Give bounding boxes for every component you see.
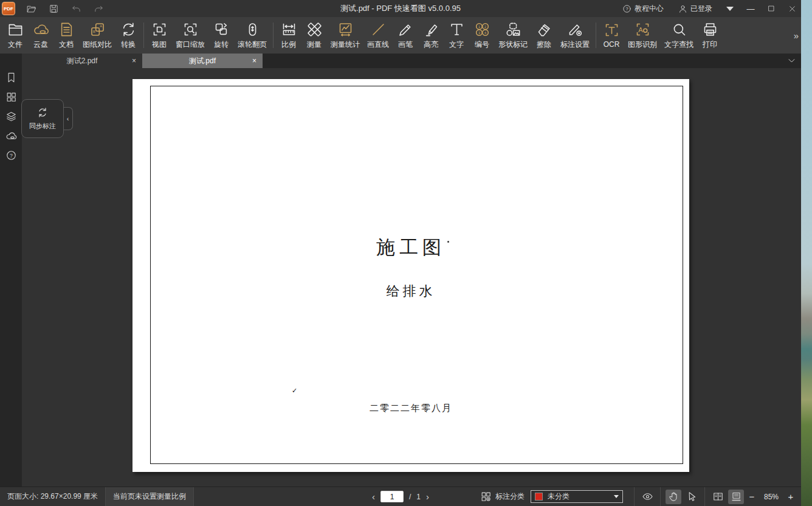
view-icon	[151, 21, 168, 38]
toolbar-overflow-chevron[interactable]: »	[794, 30, 797, 41]
page-number-input[interactable]: 1	[380, 491, 404, 502]
page-separator: /	[409, 493, 411, 501]
undo-icon[interactable]	[71, 4, 81, 14]
cloud-drive-icon	[33, 21, 49, 38]
save-icon[interactable]	[49, 4, 59, 14]
toolbar-measure-button[interactable]: 测量	[301, 19, 327, 52]
highlighter-icon	[423, 21, 439, 38]
thumbnails-icon[interactable]	[5, 91, 17, 103]
svg-text:?: ?	[10, 153, 13, 159]
eraser-icon	[536, 21, 552, 38]
toolbar-rotate-button[interactable]: 旋转	[208, 19, 234, 52]
category-label: 标注分类	[495, 491, 525, 502]
page-fit-icon	[731, 491, 742, 502]
toolbar-text-button[interactable]: 文字	[444, 19, 469, 52]
document-viewport[interactable]: 施工图 给排水 ✓ 二零二二年零八月	[22, 68, 801, 487]
toolbar-separator	[273, 23, 274, 48]
cloud-sync-icon[interactable]	[5, 130, 17, 142]
tab-list-chevron[interactable]	[787, 56, 796, 68]
toolbar-drawing-compare-button[interactable]: AB 图纸对比	[79, 19, 115, 52]
svg-text:3: 3	[478, 30, 480, 34]
maximize-button[interactable]	[762, 1, 780, 16]
drawing-subtitle: 给排水	[132, 282, 689, 300]
toolbar-draw-line-button[interactable]: 画直线	[363, 19, 393, 52]
bookmark-icon[interactable]	[5, 72, 17, 83]
toolbar-highlight-button[interactable]: 高亮	[418, 19, 444, 52]
toolbar-erase-button[interactable]: 擦除	[531, 19, 557, 52]
tab-document-1[interactable]: 测试.pdf ×	[142, 54, 263, 68]
document-icon	[58, 21, 75, 38]
fit-page-view-button[interactable]	[728, 490, 744, 504]
page-navigation: ‹ 1 / 1 ›	[372, 491, 429, 502]
sync-panel-collapse-button[interactable]: ‹	[63, 107, 73, 130]
shape-recognition-icon: A	[635, 21, 651, 38]
statusbar-separator	[634, 487, 635, 506]
svg-text:B: B	[93, 30, 95, 33]
toolbar-view-button[interactable]: 视图	[146, 19, 172, 52]
zoom-out-button[interactable]: −	[745, 490, 759, 504]
menu-caret-button[interactable]	[721, 1, 739, 16]
minimize-button[interactable]: —	[741, 1, 760, 16]
eye-icon	[642, 491, 653, 502]
toolbar-annotation-settings-button[interactable]: 标注设置	[557, 19, 593, 52]
toolbar-measure-stats-button[interactable]: 测量统计	[327, 19, 363, 52]
tabbar: 测试2.pdf × 测试.pdf ×	[0, 54, 801, 68]
select-tool-button[interactable]	[684, 490, 700, 504]
toolbar-pen-button[interactable]: 画笔	[393, 19, 418, 52]
toolbar-numbering-button[interactable]: 1234 编号	[469, 19, 495, 52]
toolbar-scale-button[interactable]: 比例	[276, 19, 301, 52]
caret-down-icon	[726, 7, 734, 11]
redo-icon[interactable]	[94, 4, 104, 14]
toolbar-shape-mark-button[interactable]: 形状标记	[495, 19, 531, 52]
toggle-annotations-visibility-button[interactable]	[639, 490, 655, 504]
close-button[interactable]	[783, 1, 801, 16]
login-status-label: 已登录	[690, 4, 712, 14]
content-area: ? 施工图 给排水 ✓ 二零二二年零八月	[0, 68, 801, 487]
tutorial-center-link[interactable]: ? 教程中心	[616, 4, 670, 14]
sync-annotations-button[interactable]: 同步标注	[21, 99, 64, 138]
toolbar-convert-button[interactable]: 转换	[115, 19, 141, 52]
layers-icon[interactable]	[5, 111, 17, 122]
zoom-level[interactable]: 85%	[759, 493, 784, 501]
shapes-icon	[505, 21, 521, 38]
tab-document-2[interactable]: 测试2.pdf ×	[22, 54, 142, 68]
pdf-page[interactable]: 施工图 给排水 ✓ 二零二二年零八月	[132, 79, 689, 472]
tab-close-icon[interactable]: ×	[132, 57, 136, 65]
annotation-category-button[interactable]: 标注分类	[480, 491, 525, 502]
next-page-button[interactable]: ›	[426, 491, 429, 502]
toolbar-text-search-button[interactable]: 文字查找	[661, 19, 697, 52]
toolbar-window-zoom-button[interactable]: 窗口缩放	[172, 19, 208, 52]
tab-close-icon[interactable]: ×	[252, 57, 256, 65]
mouse-scroll-icon	[244, 21, 261, 38]
open-file-icon[interactable]	[26, 4, 36, 14]
toolbar-print-button[interactable]: 打印	[697, 19, 723, 52]
prev-page-button[interactable]: ‹	[372, 491, 375, 502]
two-page-view-button[interactable]	[710, 490, 726, 504]
category-dropdown[interactable]: 未分类	[531, 490, 623, 503]
toolbar-document-button[interactable]: 文档	[53, 19, 79, 52]
svg-text:1: 1	[478, 24, 480, 28]
drawing-date: 二零二二年零八月	[132, 403, 689, 414]
page-total: 1	[416, 493, 421, 501]
left-sidebar: ?	[0, 68, 22, 487]
window-zoom-icon	[182, 21, 199, 38]
svg-text:4: 4	[484, 30, 486, 34]
toolbar-shape-recognition-button[interactable]: A 图形识别	[624, 19, 661, 52]
measure-scale-notice[interactable]: 当前页未设置测量比例	[106, 487, 194, 506]
desktop: PDF 测试.pdf - PDF 快速看图 v5.0.0.95 ? 教程中心	[0, 0, 812, 506]
printer-icon	[702, 21, 718, 38]
toolbar-file-button[interactable]: 文件	[2, 19, 28, 52]
toolbar-separator	[596, 23, 596, 48]
hand-tool-button[interactable]	[666, 490, 681, 504]
statusbar-separator	[704, 487, 705, 506]
toolbar-scroll-page-button[interactable]: 滚轮翻页	[234, 19, 270, 52]
toolbar-cloud-button[interactable]: 云盘	[28, 19, 53, 52]
help-icon[interactable]: ?	[5, 150, 17, 161]
desktop-wallpaper	[801, 0, 812, 506]
scale-ruler-icon	[281, 21, 297, 38]
account-login-button[interactable]: 已登录	[672, 4, 718, 14]
toolbar-ocr-button[interactable]: OCR	[599, 19, 624, 51]
category-selected-value: 未分类	[548, 491, 569, 502]
tab-label: 测试.pdf	[189, 56, 216, 66]
zoom-in-button[interactable]: +	[784, 490, 797, 504]
